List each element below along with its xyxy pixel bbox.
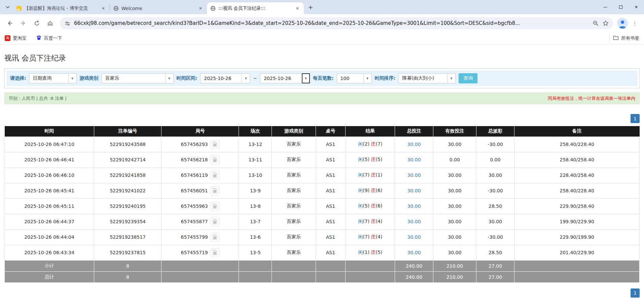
total-bet-link[interactable]: 30.00: [407, 172, 421, 178]
tab-close-icon[interactable]: ✕: [100, 5, 106, 11]
footer-payout: 27.00: [476, 271, 514, 282]
total-bet-link[interactable]: 30.00: [407, 203, 421, 209]
back-icon[interactable]: [4, 17, 15, 29]
video-record-icon[interactable]: [210, 140, 219, 149]
round-id-text: 657456293: [181, 142, 208, 147]
cell-table-no: AS1: [316, 167, 346, 183]
tab-close-icon[interactable]: ✕: [294, 5, 300, 11]
address-bar[interactable]: 66cxkj98.com/game/betrecord_search/kind3…: [60, 17, 613, 29]
cell-session: 13-10: [239, 167, 272, 183]
cell-payout: -30.00: [476, 183, 514, 198]
cell-total-bet-link[interactable]: 30.00: [395, 152, 433, 167]
video-record-icon[interactable]: [210, 171, 219, 180]
bookmark-star-icon[interactable]: [602, 20, 609, 27]
profile-avatar[interactable]: [617, 18, 628, 29]
browser-tab-forum[interactable]: 【新提醒】海燕论坛 - 博学交流 ✕: [13, 2, 110, 14]
result-part: (4): [376, 219, 383, 224]
column-header: 有效投注: [433, 126, 476, 137]
cell-table-no: AS1: [316, 245, 346, 260]
bookmark-baidu[interactable]: 百度一下: [36, 35, 62, 42]
cell-remark: 258.40/228.40: [514, 137, 640, 152]
video-record-icon[interactable]: [210, 155, 219, 164]
tab-close-icon[interactable]: ✕: [198, 5, 204, 11]
cell-bet-id: 522919239354: [94, 214, 162, 229]
footer-total-bet: 240.00: [395, 271, 433, 282]
date-start-select[interactable]: 2025-10-26 ▼: [200, 73, 250, 83]
page-size-select[interactable]: 100 ▼: [337, 73, 372, 83]
result-part: 庄: [371, 250, 376, 255]
query-button[interactable]: 查询: [459, 73, 477, 83]
result-part: 庄: [371, 219, 376, 224]
new-tab-button[interactable]: +: [306, 2, 315, 12]
cell-round-id: 657455719: [162, 245, 239, 260]
window-controls: — ✕: [598, 0, 644, 14]
cell-bet-id: 522919241858: [94, 167, 162, 183]
video-record-icon[interactable]: [210, 248, 219, 257]
cell-time: 2025-10-26 06:46:10: [5, 167, 94, 183]
game-type-select[interactable]: 百家乐 ▼: [102, 73, 174, 83]
bookmarks-bar: 淘 爱淘宝 百度一下 所有书签: [0, 32, 644, 44]
video-record-icon[interactable]: [210, 202, 219, 211]
cell-session: 13-6: [239, 229, 272, 245]
table-row: 2025-10-26 06:46:41522919242714657456218…: [5, 152, 640, 167]
footer-empty: [346, 260, 395, 271]
chrome-menu-icon[interactable]: ⋮: [630, 18, 640, 28]
pagination-page-1-bottom[interactable]: 1: [631, 289, 640, 298]
total-bet-link[interactable]: 30.00: [407, 234, 421, 240]
cell-valid-bet: 30.00: [433, 137, 476, 152]
cell-total-bet-link[interactable]: 30.00: [395, 229, 433, 245]
pagination-page-1-top[interactable]: 1: [631, 114, 640, 123]
footer-empty: [239, 271, 272, 282]
all-bookmarks-button[interactable]: 所有书签: [613, 35, 639, 41]
tab-title: Welcome: [121, 6, 195, 11]
total-bet-link[interactable]: 30.00: [407, 142, 421, 147]
page-title: 视讯 会员下注纪录: [4, 44, 640, 68]
cell-round-id: 657456293: [162, 137, 239, 152]
footer-empty: [272, 260, 316, 271]
cell-time: 2025-10-26 06:44:04: [5, 229, 94, 245]
total-bet-link[interactable]: 30.00: [407, 188, 421, 193]
table-row: 2025-10-26 06:46:10522919241858657456119…: [5, 167, 640, 183]
window-close-button[interactable]: ✕: [629, 0, 644, 14]
cell-total-bet-link[interactable]: 30.00: [395, 137, 433, 152]
game-type-value: 百家乐: [102, 74, 165, 83]
reload-icon[interactable]: [31, 17, 42, 29]
date-range-tilde: ~: [253, 76, 257, 81]
cell-session: 13-11: [239, 152, 272, 167]
cell-total-bet-link[interactable]: 30.00: [395, 245, 433, 260]
url-text[interactable]: 66cxkj98.com/game/betrecord_search/kind3…: [74, 20, 589, 26]
video-record-icon[interactable]: [210, 186, 219, 195]
tab-search-chevron-icon[interactable]: [3, 1, 13, 13]
cell-total-bet-link[interactable]: 30.00: [395, 214, 433, 229]
total-bet-link[interactable]: 30.00: [407, 219, 421, 224]
cell-result: 闲(5) 庄(5): [346, 152, 395, 167]
cell-game-type: 百家乐: [272, 229, 316, 245]
home-icon[interactable]: [44, 17, 56, 29]
cell-bet-id: 522919242714: [94, 152, 162, 167]
footer-valid-bet: 210.00: [433, 271, 476, 282]
result-part: 闲: [358, 250, 363, 255]
total-bet-link[interactable]: 30.00: [407, 157, 421, 162]
query-type-select[interactable]: 日期查询 ▼: [29, 73, 77, 83]
date-end-select[interactable]: 2025-10-26 ▼: [260, 73, 310, 83]
cell-total-bet-link[interactable]: 30.00: [395, 167, 433, 183]
cell-total-bet-link[interactable]: 30.00: [395, 183, 433, 198]
total-bet-link[interactable]: 30.00: [407, 250, 421, 255]
forward-icon[interactable]: [17, 17, 29, 29]
column-header: 注单编号: [94, 126, 162, 137]
video-record-icon[interactable]: [210, 233, 219, 242]
cell-total-bet-link[interactable]: 30.00: [395, 198, 433, 214]
zoom-icon[interactable]: [592, 20, 599, 27]
chevron-down-icon: ▼: [302, 73, 310, 83]
site-info-icon[interactable]: [64, 20, 71, 27]
video-record-icon[interactable]: [210, 217, 219, 226]
bookmark-taobao[interactable]: 淘 爱淘宝: [5, 35, 27, 41]
window-maximize-button[interactable]: [613, 0, 629, 14]
cell-game-type: 百家乐: [272, 245, 316, 260]
result-part: 闲: [358, 203, 363, 208]
browser-tab-welcome[interactable]: Welcome ✕: [110, 2, 207, 14]
sort-select[interactable]: 降幂(由大到小) ▼: [398, 73, 456, 83]
cell-table-no: AS1: [316, 152, 346, 167]
browser-tab-active-betrecord[interactable]: :::视讯 会员下注纪录::: ✕: [207, 2, 304, 14]
window-minimize-button[interactable]: —: [598, 0, 613, 14]
